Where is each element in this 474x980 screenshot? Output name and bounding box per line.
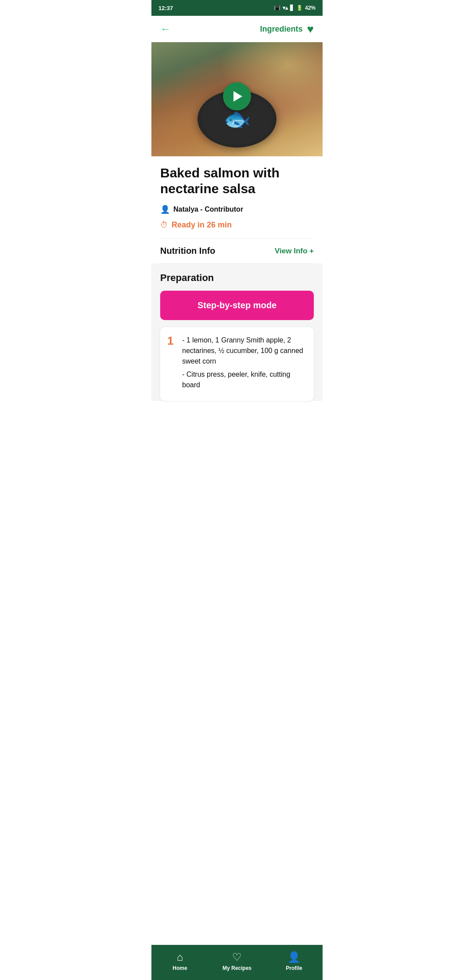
step-ingredients: - 1 lemon, 1 Granny Smith apple, 2 necta… bbox=[182, 335, 307, 367]
ingredients-label[interactable]: Ingredients bbox=[260, 25, 303, 34]
signal-icon: ▋ bbox=[290, 5, 294, 11]
step-number: 1 bbox=[167, 335, 176, 346]
wifi-icon: ▾▴ bbox=[283, 5, 288, 11]
recipe-title: Baked salmon with nectarine salsa bbox=[160, 165, 314, 197]
nutrition-label: Nutrition Info bbox=[160, 246, 215, 256]
favorite-heart-icon[interactable]: ♥ bbox=[307, 22, 314, 36]
back-button[interactable]: ← bbox=[160, 23, 171, 35]
preparation-section: Preparation Step-by-step mode 1 - 1 lemo… bbox=[151, 263, 323, 401]
play-video-button[interactable] bbox=[223, 83, 251, 111]
status-time: 12:37 bbox=[158, 5, 173, 11]
play-triangle-icon bbox=[233, 91, 242, 102]
clock-icon: ⏱ bbox=[160, 220, 168, 230]
nutrition-row: Nutrition Info View Info + bbox=[160, 238, 314, 263]
battery-percent: 42% bbox=[305, 5, 316, 11]
step-tools: - Citrus press, peeler, knife, cutting b… bbox=[182, 369, 307, 390]
author-row: 👤 Natalya - Contributor bbox=[160, 205, 314, 214]
toolbar-right: Ingredients ♥ bbox=[260, 22, 314, 36]
recipe-content: Baked salmon with nectarine salsa 👤 Nata… bbox=[151, 156, 323, 263]
step-header: 1 - 1 lemon, 1 Granny Smith apple, 2 nec… bbox=[167, 335, 307, 393]
author-name: Natalya - Contributor bbox=[173, 205, 243, 213]
step-card-1: 1 - 1 lemon, 1 Granny Smith apple, 2 nec… bbox=[160, 327, 314, 401]
battery-icon: 🔋 bbox=[296, 5, 303, 11]
time-row: ⏱ Ready in 26 min bbox=[160, 220, 314, 230]
toolbar: ← Ingredients ♥ bbox=[151, 16, 323, 42]
status-right: 📳 ▾▴ ▋ 🔋 42% bbox=[274, 5, 316, 11]
status-bar: 12:37 📳 ▾▴ ▋ 🔋 42% bbox=[151, 0, 323, 16]
vibrate-icon: 📳 bbox=[274, 5, 280, 11]
preparation-title: Preparation bbox=[160, 272, 314, 284]
author-icon: 👤 bbox=[160, 205, 170, 214]
view-info-button[interactable]: View Info + bbox=[275, 247, 314, 256]
step-by-step-button[interactable]: Step-by-step mode bbox=[160, 291, 314, 320]
recipe-hero-image: 🐟 bbox=[151, 42, 323, 156]
step-content: - 1 lemon, 1 Granny Smith apple, 2 necta… bbox=[182, 335, 307, 393]
ready-time: Ready in 26 min bbox=[172, 220, 232, 230]
